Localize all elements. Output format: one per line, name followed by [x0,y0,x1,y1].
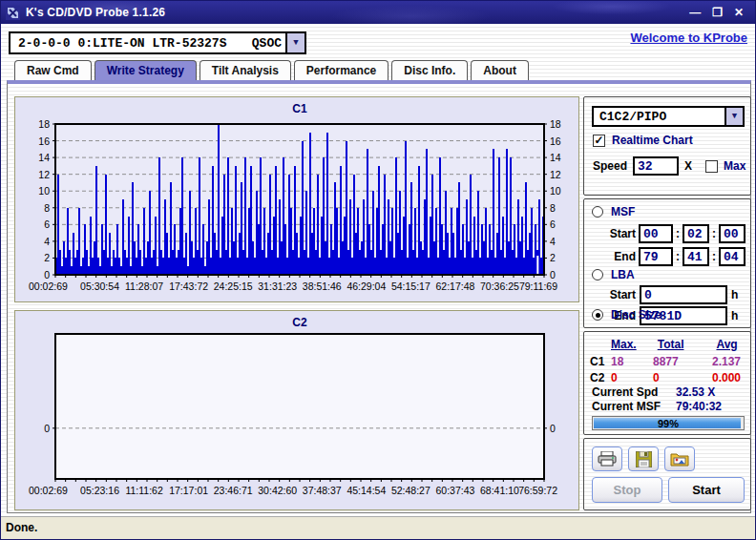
drive-select-arrow[interactable]: ▼ [285,33,304,52]
stats-header-total: Total [658,338,684,351]
mode-select-arrow[interactable]: ▼ [724,108,743,125]
minimize-button[interactable]: — [689,7,701,18]
printer-icon [598,451,617,467]
svg-text:C1: C1 [292,102,307,115]
svg-text:00:02:69: 00:02:69 [29,280,68,292]
stats-header-max: Max. [611,338,637,351]
svg-text:23:46:71: 23:46:71 [214,485,253,496]
msf-radio[interactable] [592,206,603,218]
app-icon [6,6,20,20]
save-icon [636,451,652,467]
drive-select-suffix: QSOC [252,36,285,51]
msf-end-label: End [605,250,636,263]
msf-sep: : [712,250,716,263]
drive-select[interactable]: 2-0-0-0 0:LITE-ON LTR-52327S QSOC ▼ [9,31,306,54]
tab-bar: Raw Cmd Write Strategy Tilt Analysis Per… [14,60,529,80]
svg-text:14: 14 [550,152,561,163]
image-folder-icon [670,451,689,467]
svg-text:76:59:72: 76:59:72 [518,485,557,496]
stats-group: Max. Total Avg C1 18 8877 2.137 C2 0 0 0… [583,331,751,435]
start-button[interactable]: Start [668,477,745,503]
svg-text:24:25:15: 24:25:15 [214,280,253,292]
msf-start-sec[interactable]: 02 [682,224,709,243]
lba-start-input[interactable]: 0 [640,285,727,304]
svg-text:11:11:62: 11:11:62 [125,485,162,496]
svg-text:70:36:25: 70:36:25 [480,280,519,292]
mode-select-value: C1C2/PIPO [594,110,666,124]
svg-text:0: 0 [44,269,50,280]
svg-text:12: 12 [38,169,50,180]
svg-text:46:29:04: 46:29:04 [346,280,386,292]
msf-end-frame[interactable]: 04 [719,247,746,266]
close-button[interactable]: ✕ [734,7,744,18]
maximize-button[interactable]: ❐ [712,7,723,18]
svg-text:4: 4 [44,236,50,247]
msf-start-label: Start [605,227,636,240]
msf-label: MSF [611,205,635,218]
realtime-chart-checkbox[interactable]: ✓ [593,135,605,147]
drive-select-value: 2-0-0-0 0:LITE-ON LTR-52327S [10,36,226,51]
tab-about[interactable]: About [471,60,529,80]
c1-row-label: C1 [590,355,611,368]
lba-start-label: Start [605,288,636,301]
svg-text:30:42:60: 30:42:60 [258,485,297,496]
msf-end-sec[interactable]: 41 [682,247,709,266]
current-msf-label: Current MSF [592,400,676,413]
svg-text:16: 16 [38,135,50,147]
tab-raw-cmd[interactable]: Raw Cmd [14,60,92,80]
speed-input[interactable]: 32 [633,156,679,176]
svg-text:11:28:07: 11:28:07 [125,280,163,292]
c2-total: 0 [653,371,712,384]
svg-text:37:48:37: 37:48:37 [303,485,342,496]
lba-radio[interactable] [592,269,603,280]
c2-chart: C20000:02:6905:23:1611:11:6217:17:0123:4… [15,311,578,509]
svg-text:C2: C2 [292,316,307,329]
c2-stats-row: C2 0 0 0.000 [584,371,750,384]
speed-label: Speed [593,159,627,173]
svg-text:79:11:69: 79:11:69 [519,280,557,292]
svg-text:18: 18 [550,118,561,130]
c2-avg: 0.000 [712,371,741,384]
svg-text:6: 6 [44,218,50,230]
svg-text:12: 12 [550,169,561,180]
stats-header-row: Max. Total Avg [584,338,750,351]
tab-disc-info[interactable]: Disc Info. [391,60,468,80]
c1-avg: 2.137 [712,355,741,368]
svg-text:45:14:54: 45:14:54 [346,485,386,496]
svg-text:05:30:54: 05:30:54 [80,280,119,292]
svg-text:00:02:69: 00:02:69 [29,485,68,496]
disc-size-radio[interactable] [592,309,603,321]
msf-sep: : [676,227,680,240]
msf-start-frame[interactable]: 00 [719,224,746,243]
capture-button[interactable] [664,447,695,471]
max-speed-checkbox[interactable]: ✓ [705,160,718,173]
msf-start-min[interactable]: 00 [639,224,673,243]
range-group: MSF Start 00 : 02 : 00 End 79 : 41 : 04 … [583,198,751,328]
svg-text:18: 18 [38,118,50,130]
msf-end-min[interactable]: 79 [639,247,673,266]
svg-text:60:37:43: 60:37:43 [435,485,474,496]
current-speed-row: Current Spd 32.53 X [592,385,748,399]
c1-chart: C100224466881010121214141616181800:02:69… [15,97,578,301]
stop-button[interactable]: Stop [592,477,662,503]
welcome-link[interactable]: Welcome to KProbe [630,31,747,45]
tab-write-strategy[interactable]: Write Strategy [94,60,197,80]
tab-tilt-analysis[interactable]: Tilt Analysis [200,60,291,80]
svg-text:8: 8 [550,202,556,214]
svg-text:31:31:23: 31:31:23 [258,280,297,292]
svg-text:10: 10 [38,185,50,197]
print-button[interactable] [592,447,622,471]
svg-text:68:41:10: 68:41:10 [480,485,519,496]
save-button[interactable] [628,447,659,471]
svg-text:2: 2 [550,252,556,263]
progress-percent: 99% [593,417,744,429]
c1-stats-row: C1 18 8877 2.137 [584,355,750,368]
max-speed-label: Max [724,159,746,173]
svg-text:8: 8 [44,202,50,214]
svg-text:16: 16 [550,135,561,147]
app-window: K's CD/DVD Probe 1.1.26 — ❐ ✕ 2-0-0-0 0:… [0,0,756,540]
svg-text:2: 2 [44,252,50,263]
mode-select[interactable]: C1C2/PIPO ▼ [592,106,745,127]
tab-performance[interactable]: Performance [294,60,388,80]
actions-group: Stop Start [583,438,751,510]
